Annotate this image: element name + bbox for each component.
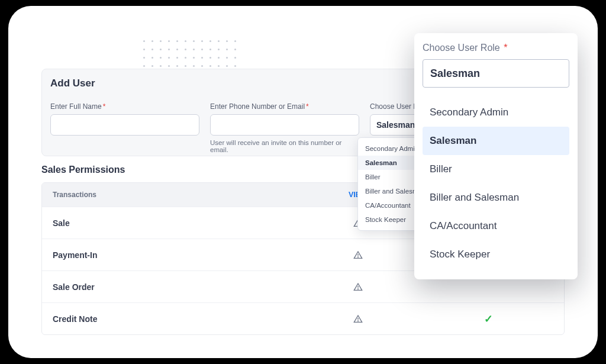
svg-point-7: [358, 320, 359, 321]
contact-hint: User will receive an invite on this numb…: [210, 139, 352, 153]
col-transactions: Transactions: [53, 191, 293, 199]
role-dropdown-large-input[interactable]: Salesman: [423, 59, 569, 88]
cell-name: Payment-In: [53, 250, 293, 260]
cell-view[interactable]: [293, 250, 423, 260]
role-dropdown-large-label: Choose User Role *: [423, 43, 569, 53]
role-dropdown-large-selected: Salesman: [430, 67, 480, 80]
svg-point-5: [358, 288, 359, 289]
check-icon: ✓: [484, 313, 493, 326]
full-name-input[interactable]: [50, 114, 199, 136]
role-option-large[interactable]: Biller and Salesman: [423, 183, 569, 212]
role-option-large[interactable]: Salesman: [423, 127, 569, 155]
role-option-large[interactable]: Stock Keeper: [423, 240, 569, 269]
cell-name: Sale Order: [53, 282, 293, 292]
role-dropdown-large: Choose User Role * Salesman Secondary Ad…: [414, 33, 578, 279]
cell-name: Sale: [53, 218, 293, 228]
cell-name: Credit Note: [53, 314, 293, 324]
role-option-large[interactable]: Biller: [423, 155, 569, 183]
cell-view[interactable]: [293, 282, 423, 292]
permissions-title: Sales Permissions: [41, 165, 125, 175]
contact-field: Enter Phone Number or Email* User will r…: [210, 102, 359, 153]
role-selected-value: Salesman: [376, 120, 415, 130]
required-mark: *: [103, 102, 106, 111]
role-option-large[interactable]: Secondary Admin: [423, 98, 569, 127]
full-name-label: Enter Full Name*: [50, 102, 199, 111]
full-name-field: Enter Full Name*: [50, 102, 199, 153]
required-mark: *: [504, 43, 507, 53]
role-option-large[interactable]: CA/Accountant: [423, 212, 569, 240]
contact-label-text: Enter Phone Number or Email: [210, 102, 305, 111]
contact-input[interactable]: [210, 114, 359, 136]
required-mark: *: [306, 102, 309, 111]
warning-icon: [353, 314, 363, 324]
svg-point-3: [358, 256, 359, 257]
warning-icon: [353, 282, 363, 292]
cell-status: ✓: [423, 313, 553, 326]
cell-view[interactable]: [293, 314, 423, 324]
role-dropdown-large-label-text: Choose User Role: [423, 43, 500, 53]
full-name-label-text: Enter Full Name: [50, 102, 102, 111]
warning-icon: [353, 250, 363, 260]
contact-label: Enter Phone Number or Email*: [210, 102, 359, 111]
app-card: Add User Enter Full Name* Enter Phone Nu…: [8, 6, 598, 358]
role-dropdown-large-list: Secondary AdminSalesmanBillerBiller and …: [423, 98, 569, 269]
table-row: Credit Note✓: [42, 302, 564, 334]
